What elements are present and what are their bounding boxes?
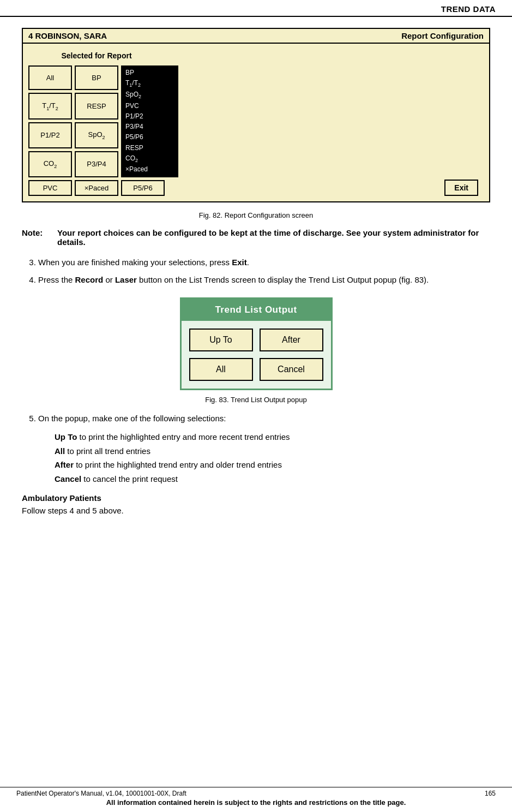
patient-info: 4 ROBINSON, SARA [28,31,107,40]
button-grid: All BP BPT1/T2SpO2PVCP1/P2P3/P4P5/P6RESP… [28,65,165,196]
report-config-box: 4 ROBINSON, SARA Report Configuration Se… [22,28,490,202]
param-btn-p3p4[interactable]: P3/P4 [75,151,118,177]
param-btn-bp[interactable]: BP [75,65,118,90]
left-panel: Selected for Report All BP BPT1/T2SpO2PV… [28,49,165,196]
step4-text-after: button on the List Trends screen to disp… [137,275,429,284]
exit-button[interactable]: Exit [444,180,478,196]
selected-list: BPT1/T2SpO2PVCP1/P2P3/P4P5/P6RESPCO2×Pac… [121,65,178,177]
step5-upto-text: to print the highlighted entry and more … [77,432,290,441]
param-btn-xpaced[interactable]: ×Paced [75,180,118,196]
param-btn-t1t2[interactable]: T1/T2 [28,93,72,119]
numbered-list: When you are finished making your select… [38,256,490,286]
popup-btn-after[interactable]: After [260,329,323,351]
param-btn-spo2[interactable]: SpO2 [75,122,118,148]
popup-btn-upto[interactable]: Up To [189,329,253,351]
param-btn-co2[interactable]: CO2 [28,151,72,177]
report-config-inner: Selected for Report All BP BPT1/T2SpO2PV… [23,44,489,201]
param-btn-pvc[interactable]: PVC [28,180,72,196]
selected-for-report-label: Selected for Report [28,49,165,62]
page-footer: PatientNet Operator's Manual, v1.04, 100… [0,787,512,807]
step-4: Press the Record or Laser button on the … [38,274,490,286]
step5-cancel-text: to cancel the print request [81,474,178,483]
report-config-titlebar: 4 ROBINSON, SARA Report Configuration [23,29,489,44]
footer-left: PatientNet Operator's Manual, v1.04, 100… [16,790,186,797]
param-btn-resp[interactable]: RESP [75,93,118,119]
step5-after-text: to print the highlighted trend entry and… [74,460,282,469]
note-label: Note: [22,228,52,247]
trend-popup: Trend List Output Up To After All Cancel [180,297,333,390]
fig82-caption: Fig. 82. Report Configuration screen [22,211,490,219]
step5-all-text: to print all trend entries [65,446,150,456]
step4-or: or [103,275,115,284]
popup-btn-all[interactable]: All [189,358,253,381]
trend-popup-title: Trend List Output [182,299,331,321]
main-content: 4 ROBINSON, SARA Report Configuration Se… [0,17,512,532]
ambulatory-title: Ambulatory Patients [22,493,490,503]
step3-text-after: . [247,258,249,267]
popup-buttons: Up To After All Cancel [182,321,331,389]
right-panel: Exit [444,49,484,196]
page-header: TREND DATA [0,0,512,17]
step5-cancel-bold: Cancel [55,474,81,483]
note-text: Your report choices can be configured to… [57,228,490,247]
step4-text-before: Press the [38,275,75,284]
ambulatory-text: Follow steps 4 and 5 above. [22,506,490,515]
param-btn-all[interactable]: All [28,65,72,90]
note-block: Note: Your report choices can be configu… [22,228,490,247]
step3-text-before: When you are finished making your select… [38,258,232,267]
step5-all-bold: All [55,446,65,456]
param-btn-p5p6[interactable]: P5/P6 [121,180,165,196]
report-config-title: Report Configuration [401,31,484,40]
footer-page-number: 165 [485,790,496,797]
param-btn-p1p2[interactable]: P1/P2 [28,122,72,148]
step5-text: On the popup, make one of the following … [38,414,226,423]
footer-disclaimer: All information contained herein is subj… [16,798,496,807]
step5-upto-bold: Up To [55,432,77,441]
step4-record-bold: Record [75,275,104,284]
step5-desc: Up To to print the highlighted entry and… [55,430,490,486]
popup-btn-cancel[interactable]: Cancel [260,358,323,381]
step5-list: On the popup, make one of the following … [38,413,490,425]
step3-exit-bold: Exit [232,258,247,267]
step-5: On the popup, make one of the following … [38,413,490,425]
footer-main: PatientNet Operator's Manual, v1.04, 100… [16,790,496,797]
step4-laser-bold: Laser [115,275,137,284]
fig83-caption: Fig. 83. Trend List Output popup [22,396,490,404]
step5-after-bold: After [55,460,74,469]
popup-container: Trend List Output Up To After All Cancel [22,297,490,390]
step-3: When you are finished making your select… [38,256,490,269]
